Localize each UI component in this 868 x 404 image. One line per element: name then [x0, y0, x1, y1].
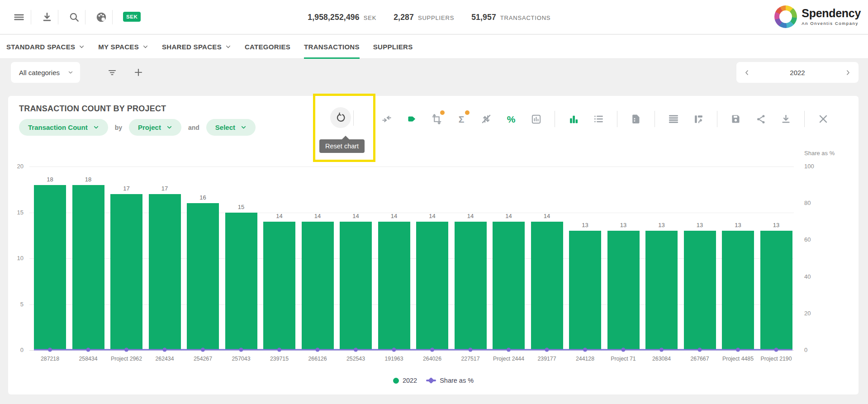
nav-tab-my-spaces[interactable]: MY SPACES: [98, 35, 148, 59]
bar-287218[interactable]: [34, 185, 66, 350]
gridline: [29, 258, 794, 259]
download-icon[interactable]: [38, 0, 56, 34]
category-filter-label: All categories: [19, 69, 60, 76]
category-filter-select[interactable]: All categories: [11, 62, 80, 83]
palette-icon[interactable]: [92, 0, 110, 34]
top-bar: SEK 1,958,252,496SEK 2,287SUPPLIERS 51,9…: [0, 0, 868, 34]
bar-value-label: 13: [607, 222, 640, 228]
nav-tab-shared-spaces[interactable]: SHARED SPACES: [162, 35, 231, 59]
bar-value-label: 14: [378, 213, 410, 219]
search-icon[interactable]: [65, 0, 83, 34]
bar-value-label: 14: [302, 213, 334, 219]
bar-239715[interactable]: [263, 222, 295, 350]
bar-239177[interactable]: [531, 222, 563, 350]
currency-badge[interactable]: SEK: [123, 12, 141, 22]
and-label: and: [188, 124, 199, 131]
bar-Project-2444[interactable]: [493, 222, 525, 350]
rows-icon[interactable]: [667, 112, 680, 126]
bar-254267[interactable]: [187, 203, 219, 350]
bar-value-label: 14: [531, 213, 563, 219]
tag-icon[interactable]: [405, 112, 418, 126]
bar-258434[interactable]: [72, 185, 104, 350]
bar-value-label: 13: [569, 222, 601, 228]
chart-legend: 2022Share as %: [8, 377, 859, 384]
sigma-icon[interactable]: Σ: [455, 112, 468, 126]
suppliers-value: 2,287: [394, 13, 414, 22]
bar-262434[interactable]: [149, 194, 181, 350]
next-year-button[interactable]: [844, 69, 851, 76]
previous-year-button[interactable]: [744, 69, 750, 76]
download-icon[interactable]: [779, 112, 792, 126]
legend-item-share-as-[interactable]: Share as %: [426, 377, 474, 384]
pivot-icon[interactable]: [692, 112, 705, 126]
dimension-select-pill[interactable]: Project: [129, 119, 181, 136]
divider: [112, 10, 113, 24]
bar-266126[interactable]: [302, 222, 334, 350]
measure-select-pill[interactable]: Transaction Count: [19, 119, 108, 136]
bar-value-label: 14: [340, 213, 372, 219]
chart-box-icon[interactable]: [530, 112, 542, 126]
chevron-down-icon: [241, 124, 247, 130]
bar-244128[interactable]: [569, 231, 601, 350]
gridline: [29, 166, 794, 167]
nav-tab-suppliers[interactable]: SUPPLIERS: [373, 35, 413, 59]
bar-191963[interactable]: [378, 222, 410, 350]
y-axis-tick-left: 15: [6, 209, 24, 216]
bar-Project-4485[interactable]: [722, 231, 754, 350]
nav-tab-standard-spaces[interactable]: STANDARD SPACES: [6, 35, 85, 59]
notification-dot: [440, 110, 445, 115]
list-icon[interactable]: [592, 112, 605, 126]
logo-tagline: An Onventis Company: [802, 21, 861, 26]
crop-icon[interactable]: [430, 112, 443, 126]
x-axis-label: Project 2190: [749, 356, 803, 362]
legend-bar-marker: [393, 378, 399, 384]
nav-tab-transactions[interactable]: TRANSACTIONS: [304, 35, 360, 59]
hamburger-menu-icon[interactable]: [10, 0, 28, 34]
nav-tab-categories[interactable]: CATEGORIES: [245, 35, 290, 59]
merge-arrows-icon[interactable]: [380, 112, 393, 126]
bar-Project-2190[interactable]: [760, 231, 792, 350]
nav-tab-label: STANDARD SPACES: [6, 43, 75, 51]
bar-value-label: 14: [263, 213, 295, 219]
divider: [655, 111, 655, 127]
close-icon[interactable]: [817, 112, 830, 126]
save-icon[interactable]: [730, 112, 742, 126]
reset-chart-button[interactable]: [330, 107, 351, 128]
legend-line-marker: [426, 380, 436, 381]
bar-Project-2962[interactable]: [110, 194, 142, 350]
bar-252543[interactable]: [340, 222, 372, 350]
bar-263084[interactable]: [645, 231, 678, 350]
bar-Project-71[interactable]: [607, 231, 640, 350]
divider: [31, 10, 31, 24]
bar-value-label: 18: [34, 176, 66, 183]
chart-toolbar: Σ%: [380, 111, 830, 127]
nav-tab-label: TRANSACTIONS: [304, 43, 360, 51]
bar-264026[interactable]: [416, 222, 448, 350]
filter-icon[interactable]: [104, 62, 120, 83]
bar-value-label: 13: [645, 222, 678, 228]
percent-icon[interactable]: %: [505, 112, 517, 126]
bar-257043[interactable]: [225, 213, 257, 351]
bar-227517[interactable]: [455, 222, 487, 350]
reset-chart-tooltip: Reset chart: [319, 139, 365, 153]
secondary-dimension-pill[interactable]: Select: [206, 119, 256, 136]
year-selector: 2022: [736, 62, 859, 83]
right-axis-title: Share as %: [804, 150, 835, 157]
bar-value-label: 13: [760, 222, 792, 228]
add-widget-icon[interactable]: [130, 62, 147, 83]
chevron-down-icon: [67, 69, 74, 76]
bar-value-label: 13: [722, 222, 754, 228]
bar-267667[interactable]: [684, 231, 716, 350]
bar-chart-icon[interactable]: [567, 112, 580, 126]
chevron-down-icon: [225, 44, 231, 50]
share-icon[interactable]: [754, 112, 767, 126]
legend-item-2022[interactable]: 2022: [393, 377, 417, 384]
select-label: Select: [215, 124, 235, 131]
logo-donut-icon: [774, 5, 797, 28]
sort-off-icon[interactable]: [480, 112, 493, 126]
summary-stats: 1,958,252,496SEK 2,287SUPPLIERS 51,957TR…: [308, 0, 550, 34]
transactions-unit: TRANSACTIONS: [500, 14, 550, 21]
y-axis-tick-right: 60: [804, 236, 811, 243]
bar-value-label: 18: [72, 176, 104, 183]
report-icon[interactable]: [630, 112, 642, 126]
